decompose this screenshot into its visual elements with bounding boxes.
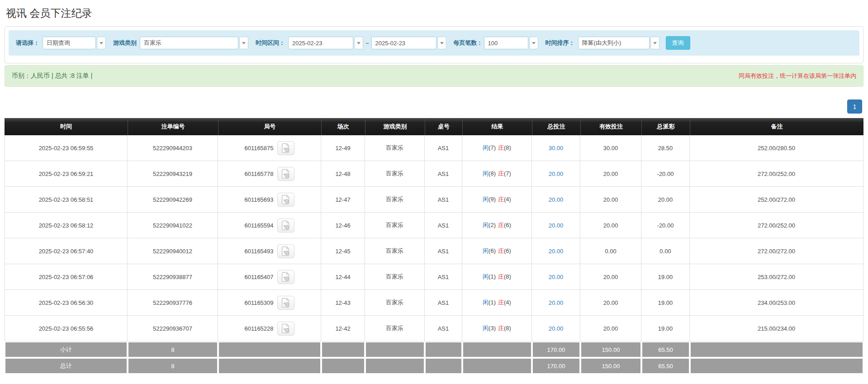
payout-cell: 28.50 (641, 135, 690, 161)
banker-result: 庄(8) (498, 273, 511, 280)
table-row: 2025-02-23 06:56:30 522290937776 6011653… (5, 290, 863, 316)
note-cell: 272.00/252.00 (690, 161, 863, 187)
date-to-caret-button[interactable] (437, 37, 446, 49)
total-bet-link[interactable]: 20.00 (549, 299, 564, 306)
note-cell: 252.00/272.00 (690, 187, 863, 213)
valid-bet-cell: 20.00 (580, 316, 641, 341)
bet-id-cell: 522290941022 (128, 213, 218, 238)
time-sort-input[interactable] (578, 37, 650, 49)
total-bet-link[interactable]: 20.00 (549, 248, 564, 255)
player-result: 闲(2) (483, 222, 496, 228)
valid-bet-cell: 20.00 (580, 213, 641, 238)
date-to-input[interactable] (371, 37, 436, 49)
player-result: 闲(7) (483, 144, 496, 151)
time-cell: 2025-02-23 06:57:40 (5, 238, 128, 264)
banker-result: 庄(8) (498, 325, 511, 332)
session-cell: 12-46 (321, 213, 365, 238)
total-bet-link[interactable]: 30.00 (549, 145, 564, 152)
query-type-caret-button[interactable] (97, 37, 106, 49)
game-type-cell: 百家乐 (365, 161, 425, 187)
col-header-bet-id: 注单编号 (128, 118, 218, 135)
page-title: 视讯 会员下注纪录 (6, 6, 863, 20)
video-replay-button[interactable] (277, 141, 294, 155)
game-type-cell: 百家乐 (365, 213, 425, 238)
session-cell: 12-43 (321, 290, 365, 316)
grand-total-valid-bet: 150.00 (580, 358, 641, 374)
video-replay-button[interactable] (277, 193, 294, 207)
page-container: 视讯 会员下注纪录 请选择： 游戏类别 时间区间： ~ 每 (0, 6, 868, 384)
game-type-input[interactable] (140, 37, 238, 49)
round-id-cell: 601165594 (218, 213, 321, 238)
round-id-text: 601165875 (244, 145, 273, 152)
date-from-input[interactable] (288, 37, 353, 49)
total-bet-link[interactable]: 20.00 (549, 325, 564, 332)
page-size-caret-button[interactable] (529, 37, 538, 49)
round-id-cell: 601165407 (218, 264, 321, 290)
video-replay-button[interactable] (277, 244, 294, 258)
video-replay-button[interactable] (277, 270, 294, 284)
total-bet-link[interactable]: 20.00 (549, 196, 564, 203)
total-bet-link[interactable]: 20.00 (549, 171, 564, 177)
payout-cell: 19.00 (641, 290, 690, 316)
table-row: 2025-02-23 06:58:51 522290942269 6011656… (5, 187, 863, 213)
table-no-cell: AS1 (425, 264, 462, 290)
video-replay-button[interactable] (277, 218, 294, 232)
filter-bar: 请选择： 游戏类别 时间区间： ~ 每页笔数 : (9, 30, 859, 56)
col-header-round-id: 局号 (218, 118, 321, 135)
subtotal-label: 小计 (5, 341, 128, 358)
round-id-cell: 601165228 (218, 316, 321, 341)
valid-bet-cell: 20.00 (580, 290, 641, 316)
video-replay-button[interactable] (277, 296, 294, 310)
bet-id-cell: 522290943219 (128, 161, 218, 187)
round-id-cell: 601165693 (218, 187, 321, 213)
page-1-button[interactable]: 1 (847, 100, 862, 114)
payout-cell: 0.00 (641, 238, 690, 264)
chevron-down-icon (357, 42, 360, 44)
page-size-combo (484, 37, 538, 49)
time-cell: 2025-02-23 06:58:51 (5, 187, 128, 213)
video-file-icon (281, 220, 291, 231)
player-result: 闲(8) (483, 170, 496, 177)
date-from-caret-button[interactable] (354, 37, 363, 49)
round-id-text: 601165407 (244, 274, 273, 280)
total-bet-cell: 20.00 (532, 238, 580, 264)
bet-records-table: 时间 注单编号 局号 场次 游戏类别 桌号 结果 总投注 有效投注 总派彩 备注… (5, 118, 863, 374)
video-replay-button[interactable] (277, 322, 294, 336)
valid-bet-cell: 20.00 (580, 161, 641, 187)
session-cell: 12-42 (321, 316, 365, 341)
col-header-game-type: 游戏类别 (365, 118, 425, 135)
total-bet-link[interactable]: 20.00 (549, 222, 564, 229)
video-replay-button[interactable] (277, 167, 294, 181)
table-row: 2025-02-23 06:55:56 522290936707 6011652… (5, 316, 863, 341)
game-type-cell: 百家乐 (365, 264, 425, 290)
col-header-session: 场次 (321, 118, 365, 135)
game-type-caret-button[interactable] (239, 37, 248, 49)
table-body: 2025-02-23 06:59:55 522290944203 6011658… (5, 135, 863, 341)
total-bet-link[interactable]: 20.00 (549, 274, 564, 280)
time-sort-combo (578, 37, 659, 49)
subtotal-payout: 65.50 (641, 341, 690, 358)
time-sort-caret-button[interactable] (650, 37, 659, 49)
table-row: 2025-02-23 06:57:06 522290938877 6011654… (5, 264, 863, 290)
result-cell: 闲(2)庄(6) (462, 213, 532, 238)
valid-bet-cell: 0.00 (580, 238, 641, 264)
round-id-cell: 601165493 (218, 238, 321, 264)
time-cell: 2025-02-23 06:59:21 (5, 161, 128, 187)
subtotal-total-bet: 170.00 (532, 341, 580, 358)
note-cell: 252.00/280.50 (690, 135, 863, 161)
col-header-table-no: 桌号 (425, 118, 462, 135)
page-size-input[interactable] (484, 37, 528, 49)
col-header-payout: 总派彩 (641, 118, 690, 135)
video-file-icon (281, 142, 291, 153)
page-size-label: 每页笔数 : (454, 39, 481, 47)
table-row: 2025-02-23 06:57:40 522290940012 6011654… (5, 238, 863, 264)
note-cell: 234.00/253.00 (690, 290, 863, 316)
round-id-text: 601165778 (244, 171, 273, 177)
player-result: 闲(6) (483, 247, 496, 254)
search-button[interactable]: 查询 (666, 36, 690, 50)
banker-result: 庄(6) (498, 222, 511, 228)
currency-total-text: 币别：人民币 | 总共 :8 注单 | (12, 72, 92, 80)
query-type-input[interactable] (43, 37, 96, 49)
col-header-valid-bet: 有效投注 (580, 118, 641, 135)
same-round-note-text: 同局有效投注，统一计算在该局第一张注单内 (739, 72, 856, 80)
